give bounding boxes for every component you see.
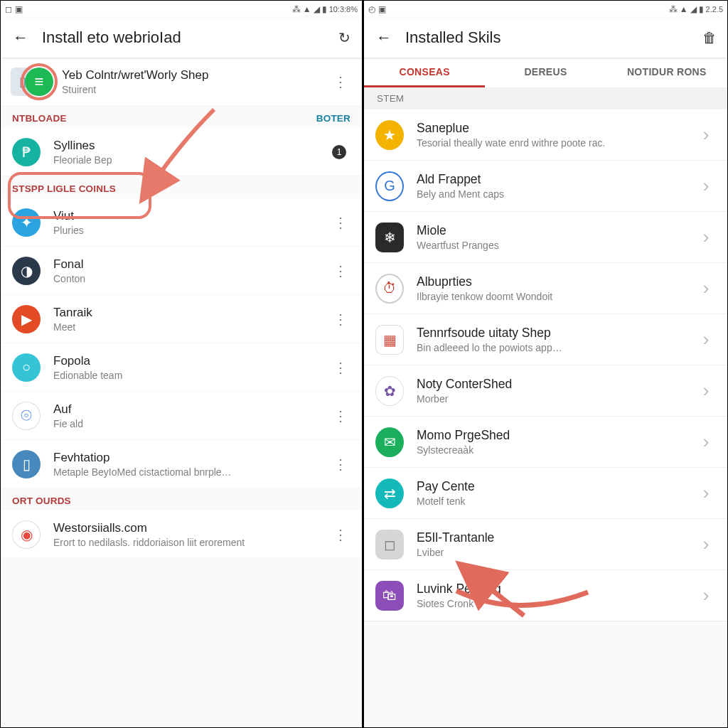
- item-subtitle: Lviber: [417, 547, 693, 558]
- item-title: Fopola: [53, 354, 328, 368]
- section-header: STEM: [364, 87, 727, 109]
- item-texts: Yeb Colntr/wret'Worly Shep Stuirent: [62, 68, 328, 95]
- overflow-button[interactable]: ⋮: [328, 359, 353, 376]
- item-subtitle: Erort to nedilasls. riddoriaison liit er…: [53, 537, 328, 548]
- list-item[interactable]: ✿Noty ConterShedMorber: [364, 365, 727, 417]
- item-title: Fonal: [53, 257, 328, 272]
- item-title: Tennrfsoude uitaty Shep: [417, 326, 693, 341]
- item-title: Yeb Colntr/wret'Worly Shep: [62, 68, 328, 82]
- overflow-button[interactable]: ⋮: [328, 214, 353, 231]
- item-subtitle: Ilbrayie tenkow doomt Wondoit: [417, 291, 693, 302]
- list-item[interactable]: GAld FrappetBely and Ment caps: [364, 161, 727, 212]
- list-item[interactable]: ₱SyllinesFleoriale Bep1: [1, 128, 362, 176]
- app-icon: ◻: [375, 530, 404, 560]
- item-subtitle: Bin adleeed lo the powiots app…: [417, 342, 693, 353]
- item-texts: FevhtatiopMetaple BeyIoMed cistactiomal …: [53, 451, 328, 478]
- overflow-button[interactable]: ⋮: [328, 73, 353, 90]
- app-icon: ◑: [12, 257, 41, 285]
- list-item[interactable]: ✦ViutPluries⋮: [1, 198, 362, 247]
- item-texts: FopolaEdionable team: [53, 354, 328, 381]
- item-texts: Pay CenteMotelf tenk: [417, 479, 693, 507]
- item-texts: Luvink PerlitingSiotes Cronk: [417, 582, 693, 609]
- app-icon: ₱: [12, 138, 41, 166]
- section-header: NTBLOADEBOTER: [1, 106, 362, 128]
- item-title: Viut: [53, 209, 328, 223]
- back-button[interactable]: ←: [9, 28, 32, 47]
- overflow-button[interactable]: ⋮: [328, 262, 353, 279]
- app-icon: ▯: [12, 450, 41, 478]
- count-badge: 1: [332, 145, 346, 159]
- item-subtitle: Metaple BeyIoMed cistactiomal bnrple…: [53, 466, 328, 478]
- chevron-right-icon: [693, 277, 719, 299]
- list-item[interactable]: ✉Momo PrgeShedSylstecreaàk: [364, 417, 727, 468]
- app-icon: ▶: [12, 305, 41, 333]
- item-subtitle: Fleoriale Bep: [53, 154, 332, 166]
- list-item[interactable]: ★SaneplueTesorial theally wate enrd with…: [364, 109, 727, 161]
- back-button[interactable]: ←: [373, 28, 395, 47]
- item-subtitle: Fie ald: [53, 418, 328, 429]
- item-texts: SyllinesFleoriale Bep: [53, 139, 332, 166]
- phone-left: ◻ ▣ ⁂ ▲ ◢ ▮ 10:3:8% ← Install eto webrio…: [0, 0, 364, 728]
- app-icon: ★: [375, 120, 404, 150]
- item-title: Saneplue: [417, 121, 693, 136]
- content-scroll[interactable]: STEM ★SaneplueTesorial theally wate enrd…: [364, 1, 727, 727]
- list-item[interactable]: ⏱AlbuprtiesIlbrayie tenkow doomt Wondoit: [364, 263, 727, 314]
- item-texts: TanraikMeet: [53, 306, 328, 333]
- chevron-right-icon: [693, 584, 719, 606]
- item-title: Ald Frappet: [417, 172, 693, 187]
- item-subtitle: Motelf tenk: [417, 496, 693, 507]
- item-texts: Tennrfsoude uitaty ShepBin adleeed lo th…: [417, 326, 693, 353]
- item-subtitle: Stuirent: [62, 84, 328, 95]
- app-bar: ← Install eto webrioIad ↻: [1, 18, 362, 58]
- item-title: Momo PrgeShed: [417, 428, 693, 443]
- overflow-button[interactable]: ⋮: [328, 311, 353, 328]
- item-subtitle: Siotes Cronk: [417, 598, 693, 609]
- list-item[interactable]: ◻E5Il-TrantanleLviber: [364, 519, 727, 570]
- list-item[interactable]: ▶TanraikMeet⋮: [1, 295, 362, 343]
- overflow-button[interactable]: ⋮: [328, 456, 353, 473]
- list-item[interactable]: ⦾AufFie ald⋮: [1, 392, 362, 440]
- list-item[interactable]: 🛍Luvink PerlitingSiotes Cronk: [364, 570, 727, 621]
- item-title: Luvink Perliting: [417, 582, 693, 596]
- item-subtitle: Morber: [417, 393, 693, 405]
- list-item[interactable]: ◉Westorsiialls.comErort to nedilasls. ri…: [1, 510, 362, 559]
- list-item[interactable]: ❄MioleWeartfust Pranges: [364, 212, 727, 263]
- refresh-button[interactable]: ↻: [332, 29, 356, 46]
- featured-item[interactable]: ▯ ≡ Yeb Colntr/wret'Worly Shep Stuirent …: [1, 58, 362, 106]
- overflow-button[interactable]: ⋮: [328, 407, 353, 424]
- item-subtitle: Meet: [53, 321, 328, 333]
- item-subtitle: Conton: [53, 273, 328, 284]
- chevron-right-icon: [693, 431, 719, 453]
- item-title: Miole: [417, 223, 693, 238]
- delete-button[interactable]: 🗑: [697, 30, 722, 46]
- list-item[interactable]: ⇄Pay CenteMotelf tenk: [364, 468, 727, 519]
- item-title: Syllines: [53, 139, 332, 153]
- list-item[interactable]: ▦Tennrfsoude uitaty ShepBin adleeed lo t…: [364, 314, 727, 365]
- content-scroll[interactable]: ▯ ≡ Yeb Colntr/wret'Worly Shep Stuirent …: [1, 1, 362, 727]
- app-icon: ○: [12, 353, 41, 382]
- phone-right: ◴ ▣ ⁂ ▲ ◢ ▮ 2.2.5 ← Installed Skils 🗑 CO…: [364, 0, 728, 728]
- list-item[interactable]: ○FopolaEdionable team⋮: [1, 343, 362, 392]
- item-title: E5Il-Trantanle: [417, 530, 693, 545]
- item-title: Albuprties: [417, 274, 693, 289]
- item-title: Pay Cente: [417, 479, 693, 494]
- list-item[interactable]: ▯FevhtatiopMetaple BeyIoMed cistactiomal…: [1, 440, 362, 488]
- chevron-right-icon: [693, 226, 719, 248]
- item-texts: FonalConton: [53, 257, 328, 284]
- list-item[interactable]: ◑FonalConton⋮: [1, 247, 362, 295]
- item-texts: AlbuprtiesIlbrayie tenkow doomt Wondoit: [417, 274, 693, 302]
- app-icon: ≡: [25, 68, 53, 96]
- app-icon: ✉: [375, 427, 404, 457]
- app-icon: ⦾: [12, 402, 41, 430]
- item-texts: ViutPluries: [53, 209, 328, 236]
- item-subtitle: Bely and Ment caps: [417, 188, 693, 200]
- app-icon: ◉: [12, 520, 41, 549]
- chevron-right-icon: [693, 328, 719, 350]
- overflow-button[interactable]: ⋮: [328, 526, 353, 543]
- page-title: Installed Skils: [395, 28, 697, 47]
- app-icon: ▦: [375, 325, 404, 355]
- chevron-right-icon: [693, 124, 719, 146]
- app-icon: ❄: [375, 223, 404, 252]
- section-link[interactable]: BOTER: [316, 113, 350, 124]
- item-texts: AufFie ald: [53, 402, 328, 429]
